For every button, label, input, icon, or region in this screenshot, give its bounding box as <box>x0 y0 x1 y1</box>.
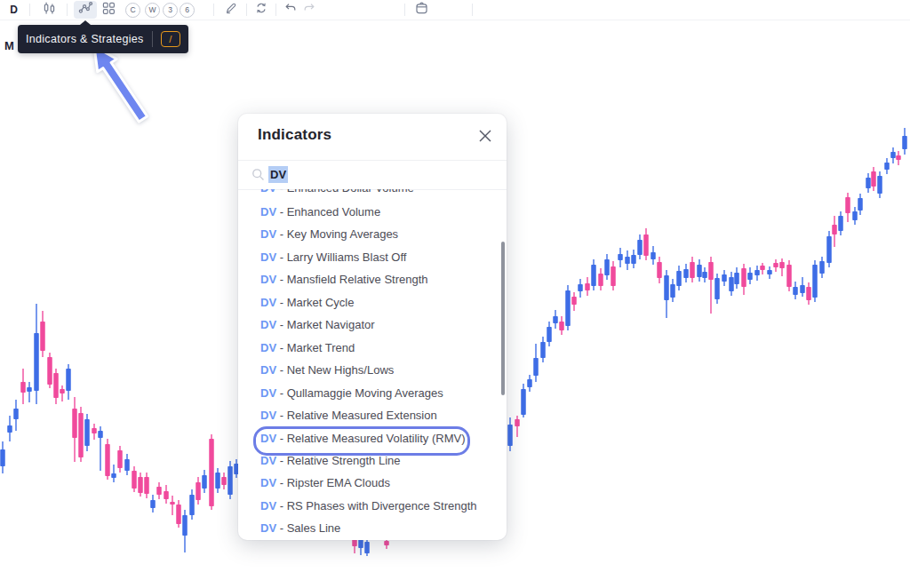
indicator-list-item[interactable]: DV - Market Trend <box>260 339 355 357</box>
indicator-list-item[interactable]: DV - Mansfield Relative Strength <box>260 271 428 289</box>
candle <box>7 416 12 441</box>
indicator-list-item[interactable]: DV - Enhanced Dollar Volume <box>260 189 414 197</box>
indicator-name: Relative Measured Volatility (RMV) <box>287 432 466 445</box>
search-row[interactable]: DV <box>238 161 507 190</box>
trading-app: { "toolbar": { "interval_label": "D", "s… <box>0 0 910 588</box>
redo-button[interactable] <box>301 0 316 20</box>
candle <box>896 151 901 165</box>
indicator-name: Sales Line <box>287 521 341 535</box>
candle <box>657 257 662 283</box>
toolbar-separator <box>275 4 276 16</box>
indicator-name: Enhanced Dollar Volume <box>287 189 414 195</box>
indicator-name: Qullamaggie Moving Averages <box>287 386 443 400</box>
indicator-list-item[interactable]: DV - Relative Measured Volatility (RMV) <box>260 430 465 448</box>
indicator-list-item[interactable]: DV - Sales Line <box>260 520 340 537</box>
indicator-list-item[interactable]: DV - RS Phases with Divergence Strength <box>260 497 477 515</box>
indicator-separator: - <box>276 273 287 286</box>
candle <box>98 426 103 471</box>
indicator-name: Enhanced Volume <box>287 205 381 219</box>
candle <box>215 468 220 493</box>
indicator-list-item[interactable]: DV - Market Cycle <box>260 294 354 312</box>
indicator-list: DV - Enhanced Dollar VolumeDV - Enhanced… <box>238 189 507 540</box>
candle <box>53 369 59 404</box>
candle <box>866 173 871 193</box>
indicator-separator: - <box>276 296 287 309</box>
dialog-scrollbar[interactable] <box>501 242 505 395</box>
candle <box>533 344 539 382</box>
candle <box>515 416 520 437</box>
candle <box>890 147 896 163</box>
candle <box>708 257 714 314</box>
indicator-list-item[interactable]: DV - Market Navigator <box>260 316 375 334</box>
tooltip-divider <box>152 31 153 47</box>
candle <box>697 259 702 282</box>
calendar-button[interactable] <box>413 0 429 20</box>
pencil-icon <box>224 1 238 19</box>
indicator-prefix: DV <box>260 363 276 377</box>
dialog-header: Indicators <box>238 114 507 161</box>
indicator-list-item[interactable]: DV - Enhanced Volume <box>260 203 380 221</box>
indicator-name: Market Trend <box>287 341 355 354</box>
undo-button[interactable] <box>283 0 298 20</box>
candle <box>670 279 675 302</box>
candle <box>852 207 858 225</box>
candle <box>176 500 181 528</box>
indicator-list-item[interactable]: DV - Larry Williams Blast Off <box>260 249 406 266</box>
indicator-list-item[interactable]: DV - Relative Strength Line <box>260 452 401 470</box>
indicator-separator: - <box>276 386 287 400</box>
undo-icon <box>283 1 298 19</box>
indicator-prefix: DV <box>260 296 276 309</box>
search-icon <box>251 167 266 186</box>
candle <box>578 279 583 298</box>
indicator-separator: - <box>276 454 287 467</box>
candle <box>884 158 890 174</box>
candle <box>144 473 149 498</box>
indicator-list-item[interactable]: DV - Key Moving Averages <box>260 226 398 243</box>
candle <box>209 434 214 510</box>
candle <box>877 171 882 198</box>
candle <box>734 267 739 289</box>
indicator-separator: - <box>276 250 287 264</box>
refresh-icon <box>254 1 268 19</box>
close-button[interactable] <box>478 129 492 143</box>
candle <box>637 234 643 259</box>
toolbar-separator <box>472 4 473 16</box>
candle <box>651 246 656 265</box>
candle <box>138 473 143 497</box>
candle <box>871 167 876 191</box>
candle <box>806 282 811 305</box>
candle <box>664 270 669 318</box>
indicator-prefix: DV <box>260 409 276 422</box>
indicator-separator: - <box>276 363 287 377</box>
indicator-list-item[interactable]: DV - Relative Measured Extension <box>260 407 437 425</box>
indicator-list-item[interactable]: DV - Qullamaggie Moving Averages <box>260 385 443 402</box>
candle <box>741 264 746 295</box>
indicators-tooltip: Indicators & Strategies / <box>18 25 188 53</box>
candle <box>845 193 850 222</box>
redo-icon <box>302 1 316 19</box>
indicator-prefix: DV <box>260 318 276 331</box>
candle <box>676 266 682 290</box>
candle <box>202 470 207 493</box>
indicator-name: Mansfield Relative Strength <box>287 273 428 286</box>
candle <box>84 414 90 451</box>
shortcut-badge: / <box>161 31 180 47</box>
indicator-list-item[interactable]: DV - Ripster EMA Clouds <box>260 474 390 492</box>
indicator-list-item[interactable]: DV - Net New Highs/Lows <box>260 362 394 379</box>
candle <box>547 322 552 346</box>
refresh-button[interactable] <box>253 0 268 20</box>
indicator-prefix: DV <box>260 386 276 400</box>
indicator-name: Ripster EMA Clouds <box>287 476 390 489</box>
indicator-separator: - <box>276 227 287 241</box>
candle <box>27 382 32 402</box>
candle <box>832 216 837 247</box>
candle <box>800 277 805 297</box>
draw-button[interactable] <box>223 0 238 20</box>
candle <box>559 316 564 335</box>
indicator-prefix: DV <box>260 189 276 195</box>
candle <box>92 424 97 440</box>
candle <box>132 466 137 492</box>
indicator-name: Market Cycle <box>287 296 355 309</box>
search-input[interactable]: DV <box>268 166 288 183</box>
candle <box>729 272 734 296</box>
